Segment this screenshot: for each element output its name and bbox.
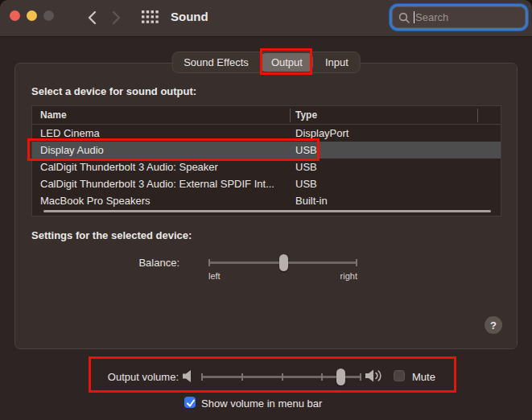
- select-device-label: Select a device for sound output:: [31, 85, 196, 97]
- column-header-name[interactable]: Name: [40, 109, 67, 121]
- slider-tick: [356, 259, 357, 266]
- show-all-button[interactable]: [142, 10, 159, 27]
- table-row[interactable]: Display Audio USB: [32, 142, 501, 159]
- sound-preferences-window: Sound Search Sound Effects Output Input …: [0, 0, 532, 420]
- search-placeholder: Search: [415, 11, 448, 23]
- column-divider: [477, 109, 478, 122]
- horizontal-scrollbar[interactable]: [43, 210, 491, 212]
- search-icon: [398, 12, 410, 23]
- device-name: LED Cinema: [40, 127, 100, 139]
- table-row[interactable]: CalDigit Thunderbolt 3 Audio: External S…: [32, 175, 501, 192]
- balance-slider-thumb[interactable]: [279, 254, 288, 271]
- back-button[interactable]: [81, 7, 102, 28]
- tab-bar: Sound Effects Output Input: [171, 51, 361, 73]
- device-type: Built-in: [295, 195, 328, 207]
- device-name: Display Audio: [40, 144, 104, 156]
- device-name: CalDigit Thunderbolt 3 Audio: External S…: [40, 178, 274, 190]
- grid-icon: [142, 10, 159, 24]
- settings-label: Settings for the selected device:: [31, 229, 192, 241]
- text-caret: [414, 11, 414, 23]
- output-device-table: Name Type LED Cinema DisplayPort Display…: [31, 105, 501, 216]
- table-row[interactable]: LED Cinema DisplayPort: [32, 125, 501, 142]
- slider-tick: [360, 373, 361, 381]
- help-button[interactable]: ?: [485, 316, 502, 334]
- tab-sound-effects[interactable]: Sound Effects: [173, 53, 259, 72]
- balance-slider[interactable]: [208, 261, 357, 264]
- device-name: MacBook Pro Speakers: [40, 195, 151, 207]
- balance-left-label: left: [208, 271, 221, 281]
- slider-tick: [282, 373, 283, 381]
- slider-tick: [241, 373, 243, 381]
- check-icon: [186, 398, 196, 408]
- tab-input[interactable]: Input: [315, 53, 359, 72]
- slider-tick: [321, 373, 323, 381]
- device-type: USB: [295, 144, 317, 156]
- output-volume-label: Output volume:: [84, 371, 179, 383]
- device-type: USB: [295, 161, 317, 173]
- chevron-right-icon: [112, 10, 121, 25]
- question-mark-icon: ?: [490, 319, 497, 331]
- speaker-low-icon: [183, 369, 195, 386]
- slider-tick: [201, 373, 203, 381]
- device-type: USB: [295, 178, 317, 190]
- mute-checkbox[interactable]: [394, 370, 405, 381]
- output-volume-slider[interactable]: [201, 376, 361, 378]
- chevron-left-icon: [88, 10, 97, 25]
- show-volume-checkbox[interactable]: [184, 397, 196, 408]
- speaker-high-icon: [365, 369, 385, 386]
- tab-output[interactable]: Output: [261, 53, 313, 72]
- table-row[interactable]: MacBook Pro Speakers Built-in: [32, 192, 501, 209]
- toolbar: Sound Search: [0, 0, 532, 37]
- minimize-button[interactable]: [27, 10, 37, 21]
- search-input[interactable]: Search: [392, 6, 526, 28]
- device-type: DisplayPort: [295, 127, 348, 139]
- device-name: CalDigit Thunderbolt 3 Audio: Speaker: [40, 161, 218, 173]
- forward-button[interactable]: [105, 7, 126, 28]
- balance-label: Balance:: [88, 257, 179, 269]
- output-tab-panel: Select a device for sound output: Name T…: [14, 63, 518, 349]
- page-title: Sound: [171, 10, 208, 23]
- table-row[interactable]: CalDigit Thunderbolt 3 Audio: Speaker US…: [32, 159, 501, 175]
- show-volume-label: Show volume in menu bar: [201, 397, 322, 410]
- volume-slider-thumb[interactable]: [336, 369, 345, 385]
- balance-right-label: right: [324, 271, 357, 281]
- close-button[interactable]: [10, 10, 20, 21]
- column-header-type[interactable]: Type: [295, 109, 317, 121]
- table-header: Name Type: [32, 106, 501, 125]
- zoom-button: [43, 10, 54, 21]
- mute-label: Mute: [412, 371, 435, 383]
- slider-tick: [208, 259, 210, 266]
- column-divider: [290, 109, 291, 122]
